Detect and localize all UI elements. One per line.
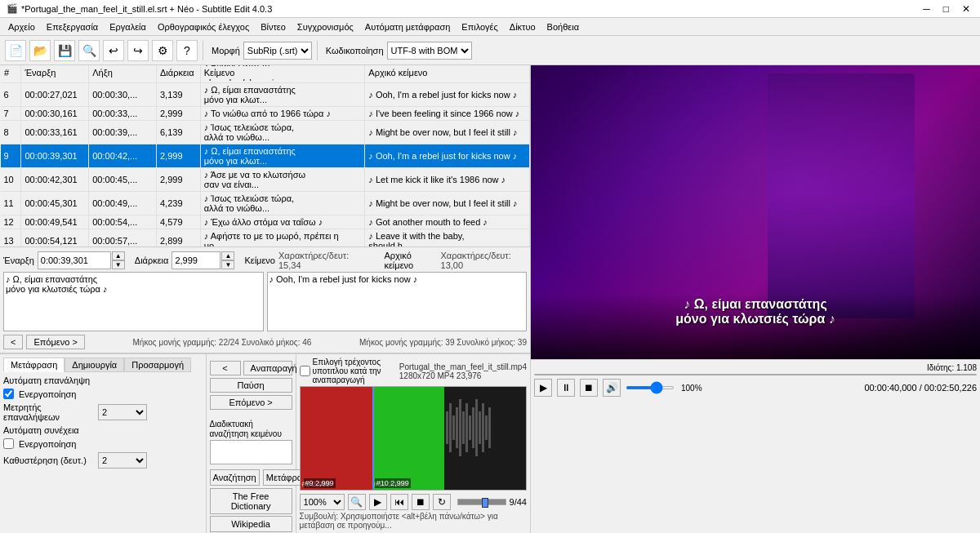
encoding-select[interactable]: UTF-8 with BOM [387, 42, 472, 60]
save-button[interactable]: 💾 [54, 40, 75, 61]
wf-end-button[interactable]: ⏹ [412, 494, 430, 510]
table-row[interactable]: 6 00:00:27,021 00:00:30,... 3,139 ♪ Ω, ε… [1, 83, 530, 107]
dur-down[interactable]: ▼ [221, 260, 234, 269]
table-row[interactable]: 10 00:00:42,301 00:00:45,... 2,999 ♪ Άσε… [1, 168, 530, 192]
freedict-button[interactable]: The Free Dictionary [210, 488, 292, 514]
translation-controls: Αυτόματη επανάληψη Ενεργοποίηση Μετρητής… [3, 375, 203, 469]
svg-rect-3 [312, 407, 314, 448]
subtitle-table-container[interactable]: # Έναρξη Λήξη Διάρκεια Κείμενο Αρχικό κε… [0, 65, 530, 247]
menu-network[interactable]: Δίκτυο [505, 20, 541, 33]
dur-up[interactable]: ▲ [221, 251, 234, 260]
table-row[interactable]: 7 00:00:30,161 00:00:33,... 2,999 ♪ Το ν… [1, 107, 530, 121]
dur-spinner[interactable]: ▲ ▼ [221, 251, 234, 269]
morph-select[interactable]: SubRip (.srt) [243, 42, 312, 60]
cell-text: ♪ Ω, είμαι επαναστάτηςμόνο για κλωτ... [200, 144, 365, 168]
start-down[interactable]: ▼ [112, 260, 125, 269]
cell-orig: ♪ Leave it with the baby,should h... [365, 229, 530, 248]
svg-rect-37 [413, 411, 416, 444]
start-up[interactable]: ▲ [112, 251, 125, 260]
menu-autotranslate[interactable]: Αυτόματη μετάφραση [360, 20, 455, 33]
open-button[interactable]: 📂 [29, 40, 51, 61]
text-edit-textarea[interactable]: ♪ Ω, είμαι επαναστάτης μόνο για κλωτσιές… [3, 272, 264, 331]
svg-rect-53 [456, 407, 458, 448]
wf-svg-green1 [372, 387, 444, 490]
tab-create[interactable]: Δημιουργία [65, 358, 124, 372]
dict-textarea[interactable] [210, 440, 292, 464]
col-header-end: Λήξη [89, 65, 157, 79]
video-stop-button[interactable]: ⏹ [580, 379, 598, 397]
dur-input[interactable] [172, 251, 220, 269]
help-button[interactable]: ? [176, 40, 198, 61]
video-pause-button[interactable]: ⏸ [557, 379, 575, 397]
repeat-count-label: Μετρητής επαναλήψεων [3, 402, 93, 422]
delay-select[interactable]: 2 [98, 452, 147, 469]
wf-begin-button[interactable]: ⏮ [390, 494, 408, 510]
table-row[interactable]: 11 00:00:45,301 00:00:49,... 4,239 ♪ Ίσω… [1, 192, 530, 215]
svg-rect-9 [332, 395, 334, 460]
waveform-canvas[interactable]: #9 2,999 [300, 386, 527, 491]
tab-customize[interactable]: Προσαρμογή [124, 358, 191, 372]
wikipedia-button[interactable]: Wikipedia [210, 516, 292, 532]
table-row[interactable]: 12 00:00:49,541 00:00:54,... 4,579 ♪ Έχω… [1, 215, 530, 229]
morph-label: Μορφή [212, 46, 240, 56]
next-button[interactable]: Επόμενο > [26, 335, 84, 349]
follow-checkbox[interactable] [300, 366, 310, 376]
close-button[interactable]: ✕ [959, 3, 973, 15]
menu-edit[interactable]: Επεξεργασία [42, 20, 103, 33]
start-spinner[interactable]: ▲ ▼ [112, 251, 125, 269]
wf-container: #9 2,999 [301, 387, 526, 490]
menu-video[interactable]: Βίντεο [256, 20, 291, 33]
menu-options[interactable]: Επιλογές [457, 20, 503, 33]
waveform-top: Επιλογή τρέχοντος υποτιτλου κατά την ανα… [300, 358, 527, 384]
wf-playhead-thumb[interactable] [482, 498, 488, 508]
volume-slider[interactable] [626, 386, 675, 389]
text-label: Κείμενο [244, 255, 275, 265]
search-button[interactable]: Αναζήτηση [210, 469, 260, 486]
cell-num: 8 [1, 121, 21, 144]
wf-play-button[interactable]: ▶ [369, 494, 387, 510]
zoom-select[interactable]: 100% [300, 494, 345, 510]
maximize-button[interactable]: □ [940, 3, 952, 15]
video-volume-button[interactable]: 🔊 [603, 379, 621, 397]
table-row[interactable]: 13 00:00:54,121 00:00:57,... 2,899 ♪ Αφή… [1, 229, 530, 248]
table-row[interactable]: 8 00:00:33,161 00:00:39,... 6,139 ♪ Ίσως… [1, 121, 530, 144]
trans-play-button[interactable]: Αναπαραγή [243, 361, 292, 375]
video-play-button[interactable]: ▶ [534, 379, 552, 397]
svg-rect-56 [466, 403, 468, 452]
trans-prev-button[interactable]: < [210, 361, 241, 375]
svg-rect-12 [341, 399, 344, 456]
orig-edit-textarea[interactable]: ♪ Ooh, I'm a rebel just for kicks now ♪ [267, 272, 528, 331]
trans-next-button[interactable]: Επόμενο > [210, 395, 292, 410]
main-content: # Έναρξη Λήξη Διάρκεια Κείμενο Αρχικό κε… [0, 65, 980, 533]
undo-button[interactable]: ↩ [103, 40, 124, 61]
cell-dur: 6,139 [157, 121, 201, 144]
window-controls[interactable]: ─ □ ✕ [920, 3, 973, 15]
menu-sync[interactable]: Συγχρονισμός [292, 20, 359, 33]
menu-help[interactable]: Βοήθεια [542, 20, 584, 33]
trans-pause-button[interactable]: Παύση [210, 378, 292, 393]
video-controls: Ιδιότης: 1.108 ▶ ⏸ ⏹ 🔊 100% 00:00:40,000… [531, 359, 980, 400]
enabled-checkbox[interactable] [3, 389, 14, 399]
cell-num: 10 [1, 168, 21, 192]
cell-end: 00:00:39,... [89, 121, 157, 144]
wf-svg-dark [444, 387, 526, 490]
svg-rect-7 [325, 399, 327, 456]
new-button[interactable]: 📄 [5, 40, 26, 61]
waveform-checkbox-label[interactable]: Επιλογή τρέχοντος υποτιτλου κατά την ανα… [300, 358, 399, 384]
minimize-button[interactable]: ─ [920, 3, 933, 15]
menu-file[interactable]: Αρχείο [3, 20, 40, 33]
progress-bar[interactable] [534, 374, 977, 375]
wf-refresh-button[interactable]: ↻ [433, 494, 451, 510]
prev-button[interactable]: < [3, 335, 23, 349]
redo-button[interactable]: ↪ [127, 40, 149, 61]
start-input[interactable] [38, 251, 111, 269]
menu-tools[interactable]: Εργαλεία [105, 20, 151, 33]
settings-button[interactable]: ⚙ [152, 40, 173, 61]
zoom-in-button[interactable]: 🔍 [348, 494, 366, 510]
tab-translation[interactable]: Μετάφραση [3, 358, 65, 372]
find-button[interactable]: 🔍 [78, 40, 100, 61]
menu-spellcheck[interactable]: Ορθογραφικός έλεγχος [153, 20, 254, 33]
auto-adv-checkbox[interactable] [3, 438, 14, 449]
table-row[interactable]: 9 00:00:39,301 00:00:42,... 2,999 ♪ Ω, ε… [1, 144, 530, 168]
repeat-count-select[interactable]: 2 [98, 404, 147, 420]
